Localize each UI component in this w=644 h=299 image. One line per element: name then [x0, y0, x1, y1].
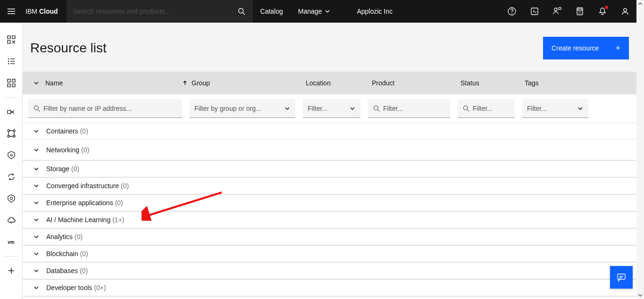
- nav-account-label: Applozic Inc: [357, 8, 392, 15]
- nav-account[interactable]: Applozic Inc: [349, 0, 400, 23]
- rail-dashboard-icon[interactable]: [0, 30, 23, 49]
- svg-point-28: [8, 135, 9, 137]
- category-label: AI / Machine Learning: [46, 216, 110, 224]
- notifications-icon[interactable]: [591, 0, 614, 23]
- category-count: (0+): [94, 284, 106, 291]
- svg-rect-23: [8, 84, 10, 87]
- search-icon: [462, 105, 470, 112]
- col-header-group-label: Group: [192, 79, 210, 87]
- category-converged-infra[interactable]: Converged infrastructure (0): [23, 177, 636, 194]
- chevron-down-icon: [33, 284, 40, 291]
- category-count: (0): [80, 127, 88, 135]
- category-storage[interactable]: Storage (0): [23, 160, 636, 177]
- filter-status: [458, 99, 515, 118]
- svg-rect-22: [12, 79, 15, 82]
- svg-point-32: [34, 106, 38, 110]
- rail-schematics-icon[interactable]: [0, 124, 23, 143]
- svg-point-12: [579, 13, 580, 14]
- rail-sync-icon[interactable]: [0, 167, 23, 186]
- main-content: Resource list Create resource + Name Gro…: [23, 23, 636, 299]
- svg-rect-24: [12, 84, 15, 87]
- col-header-location-label: Location: [306, 79, 331, 87]
- category-developer-tools[interactable]: Developer tools (0+): [23, 279, 636, 296]
- chevron-down-icon: [33, 267, 40, 274]
- category-databases[interactable]: Databases (0): [23, 262, 636, 279]
- left-rail: vm: [0, 23, 23, 299]
- category-count: (0): [80, 250, 88, 257]
- rail-cloud-icon[interactable]: [0, 211, 23, 230]
- create-resource-button[interactable]: Create resource +: [543, 37, 629, 59]
- nav-manage[interactable]: Manage: [291, 0, 338, 23]
- chat-button[interactable]: [610, 266, 633, 289]
- svg-point-18: [8, 58, 8, 59]
- col-header-tags[interactable]: Tags: [525, 79, 595, 87]
- category-containers[interactable]: Containers (0): [23, 123, 636, 140]
- col-header-location[interactable]: Location: [306, 79, 372, 87]
- menu-icon[interactable]: [0, 0, 23, 23]
- filter-tags-placeholder: Filter...: [527, 105, 547, 112]
- header-nav: Catalog Manage Applozic Inc: [253, 0, 400, 23]
- browser-scrollbar[interactable]: [636, 0, 644, 299]
- filter-tags-select[interactable]: Filter...: [522, 99, 588, 118]
- filter-name-input[interactable]: [43, 105, 177, 112]
- chevron-down-icon: [349, 105, 356, 112]
- category-label: Blockchain: [46, 250, 78, 257]
- filter-group-select[interactable]: Filter by group or org...: [190, 99, 295, 118]
- svg-point-11: [578, 13, 579, 14]
- rail-add-icon[interactable]: [0, 261, 23, 280]
- global-search-input[interactable]: [67, 8, 230, 15]
- search-icon[interactable]: [230, 7, 253, 16]
- svg-point-19: [8, 61, 8, 62]
- global-header: IBM Cloud Catalog Manage Applozic Inc: [0, 0, 636, 23]
- svg-point-0: [238, 8, 243, 13]
- rail-devops-icon[interactable]: [0, 102, 23, 121]
- svg-rect-7: [578, 9, 582, 10]
- chevron-down-icon[interactable]: [33, 80, 40, 86]
- col-header-name-label: Name: [45, 79, 63, 87]
- help-icon[interactable]: [501, 0, 523, 23]
- nav-catalog[interactable]: Catalog: [253, 0, 291, 23]
- category-count: (1+): [112, 216, 124, 224]
- avatar-icon[interactable]: [614, 0, 636, 23]
- rail-apps-icon[interactable]: [0, 74, 23, 92]
- brand-suffix: Cloud: [39, 8, 58, 15]
- category-label: Developer tools: [46, 284, 92, 291]
- svg-rect-21: [8, 79, 10, 82]
- filter-location-select[interactable]: Filter...: [303, 99, 360, 118]
- rail-security-icon[interactable]: [0, 189, 23, 208]
- svg-rect-25: [8, 110, 11, 114]
- svg-rect-16: [12, 36, 15, 39]
- category-blockchain[interactable]: Blockchain (0): [23, 245, 636, 262]
- svg-point-33: [374, 106, 378, 110]
- rail-kubernetes-icon[interactable]: [0, 146, 23, 165]
- category-ai-ml[interactable]: AI / Machine Learning (1+): [23, 211, 636, 228]
- category-logging-monitoring[interactable]: Logging and monitoring (0): [23, 296, 636, 299]
- col-header-product[interactable]: Product: [372, 79, 460, 87]
- svg-point-10: [581, 11, 582, 12]
- category-label: Converged infrastructure: [46, 182, 119, 190]
- rail-vmware-icon[interactable]: vm: [0, 233, 23, 251]
- filter-row: Filter by group or org... Filter... Filt…: [23, 94, 636, 123]
- table-header: Name Group Location Product Status Tags: [23, 72, 636, 94]
- chevron-down-icon: [325, 8, 330, 14]
- category-enterprise-apps[interactable]: Enterprise applications (0): [23, 194, 636, 211]
- category-networking[interactable]: Networking (0): [23, 140, 636, 160]
- filter-product-input[interactable]: [383, 105, 466, 112]
- svg-point-27: [13, 130, 15, 132]
- rail-resourcelist-icon[interactable]: [0, 52, 23, 71]
- category-count: (0): [121, 182, 129, 190]
- col-header-group[interactable]: Group: [192, 79, 306, 87]
- chevron-down-icon: [577, 105, 584, 112]
- col-header-name[interactable]: Name: [45, 79, 192, 87]
- col-header-status[interactable]: Status: [460, 79, 525, 87]
- shell-icon[interactable]: [523, 0, 546, 23]
- col-header-status-label: Status: [460, 79, 479, 87]
- create-resource-label: Create resource: [552, 44, 599, 52]
- iam-icon[interactable]: [546, 0, 569, 23]
- chevron-down-icon: [33, 183, 40, 189]
- category-analytics[interactable]: Analytics (0): [23, 228, 636, 245]
- category-label: Enterprise applications: [46, 199, 113, 207]
- brand-home-link[interactable]: IBM Cloud: [23, 0, 67, 23]
- cost-estimator-icon[interactable]: [569, 0, 591, 23]
- svg-point-31: [10, 197, 12, 199]
